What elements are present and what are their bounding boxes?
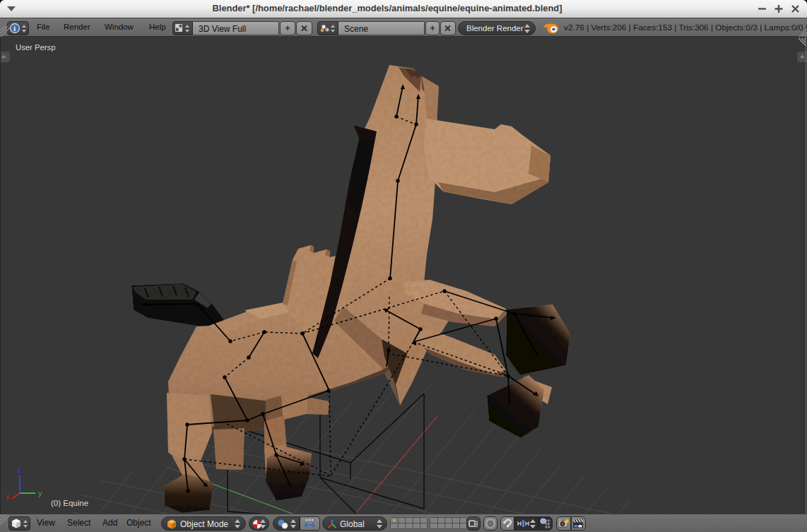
svg-text:z: z (17, 466, 21, 474)
svg-text:+: + (800, 52, 804, 61)
svg-text:x: x (6, 492, 10, 501)
svg-text:+: + (1, 52, 6, 61)
svg-text:y: y (38, 489, 42, 497)
svg-text:(0) Equine: (0) Equine (51, 499, 88, 507)
svg-text:User Persp: User Persp (16, 43, 56, 52)
svg-text:i: i (13, 25, 16, 32)
